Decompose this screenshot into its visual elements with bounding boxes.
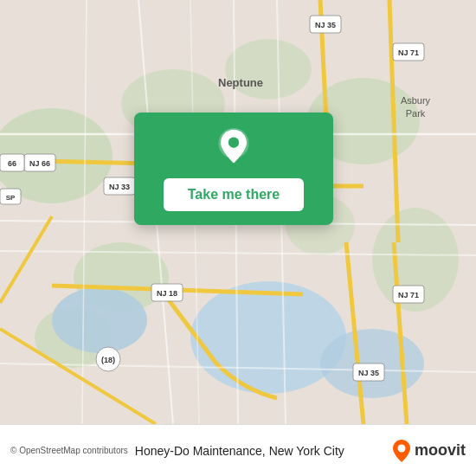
svg-point-57 bbox=[397, 444, 405, 452]
svg-text:NJ 71: NJ 71 bbox=[398, 291, 419, 299]
svg-text:Neptune: Neptune bbox=[218, 76, 263, 89]
moovit-logo: moovit bbox=[392, 439, 466, 463]
popup-card: Take me there bbox=[134, 113, 333, 225]
svg-point-5 bbox=[225, 39, 312, 100]
svg-text:NJ 35: NJ 35 bbox=[358, 369, 379, 377]
svg-text:Park: Park bbox=[406, 108, 426, 119]
footer-bar: © OpenStreetMap contributors Honey-Do Ma… bbox=[0, 424, 476, 476]
map-container: NJ 35 NJ 66 NJ 33 33 NJ 71 NJ 71 NJ 18 (… bbox=[0, 0, 476, 424]
svg-text:Asbury: Asbury bbox=[401, 95, 431, 106]
svg-text:NJ 33: NJ 33 bbox=[109, 183, 130, 191]
svg-text:(18): (18) bbox=[101, 356, 115, 364]
svg-text:SP: SP bbox=[6, 194, 16, 202]
svg-text:NJ 35: NJ 35 bbox=[315, 21, 336, 29]
svg-text:NJ 18: NJ 18 bbox=[157, 289, 177, 298]
take-me-there-button[interactable]: Take me there bbox=[164, 178, 304, 211]
footer-title: Honey-Do Maintenance, New York City bbox=[135, 444, 392, 458]
svg-text:NJ 71: NJ 71 bbox=[398, 48, 419, 57]
svg-point-10 bbox=[190, 281, 346, 394]
svg-point-9 bbox=[52, 287, 147, 353]
svg-text:NJ 66: NJ 66 bbox=[29, 159, 50, 168]
svg-text:66: 66 bbox=[8, 159, 16, 168]
location-pin-icon bbox=[215, 128, 253, 166]
svg-point-56 bbox=[228, 138, 239, 148]
moovit-brand-text: moovit bbox=[415, 441, 466, 460]
osm-attribution: © OpenStreetMap contributors bbox=[10, 446, 128, 455]
moovit-pin-icon bbox=[392, 439, 411, 463]
